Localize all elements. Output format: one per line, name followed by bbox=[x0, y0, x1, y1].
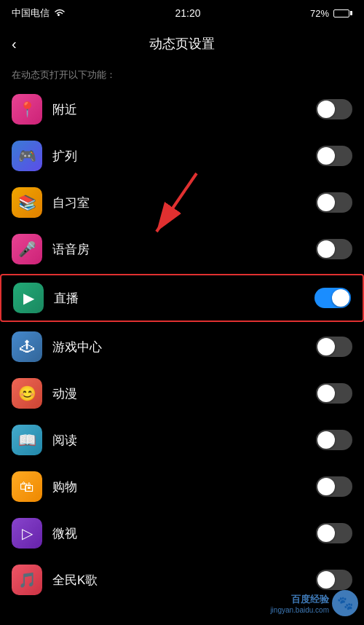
fujin-toggle-knob bbox=[317, 101, 335, 118]
back-button[interactable]: ‹ bbox=[12, 36, 17, 52]
yuyin-toggle[interactable] bbox=[316, 239, 352, 259]
settings-list: 📍附近🎮扩列📚自习室🎤语音房▶直播🕹游戏中心😊动漫📖阅读🛍购物▷微视🎵全民K歌 bbox=[0, 86, 364, 603]
dongman-toggle-knob bbox=[317, 385, 335, 402]
settings-item-kuolie[interactable]: 🎮扩列 bbox=[0, 133, 364, 179]
yuedu-label: 阅读 bbox=[52, 432, 316, 449]
zixishi-label: 自习室 bbox=[52, 194, 316, 211]
yuedu-icon: 📖 bbox=[12, 425, 42, 455]
weixiu-toggle-knob bbox=[317, 524, 335, 542]
dongman-icon: 😊 bbox=[12, 378, 42, 409]
page-header: ‹ 动态页设置 bbox=[0, 26, 364, 61]
kuolie-toggle-knob bbox=[317, 147, 335, 165]
youxi-toggle[interactable] bbox=[316, 337, 352, 357]
youxi-icon: 🕹 bbox=[12, 331, 42, 362]
battery-percent: 72% bbox=[310, 8, 329, 19]
dongman-toggle[interactable] bbox=[316, 383, 352, 404]
settings-item-youxi[interactable]: 🕹游戏中心 bbox=[0, 323, 364, 370]
quanmin-toggle-knob bbox=[317, 571, 335, 589]
status-time: 21:20 bbox=[175, 7, 200, 19]
settings-item-yuedu[interactable]: 📖阅读 bbox=[0, 417, 364, 463]
gouwu-icon: 🛍 bbox=[12, 471, 42, 502]
zhibo-icon: ▶ bbox=[13, 283, 44, 313]
youxi-toggle-knob bbox=[317, 338, 335, 355]
yuyin-icon: 🎤 bbox=[12, 234, 42, 264]
watermark: 百度经验 jingyan.baidu.com 🐾 bbox=[270, 590, 358, 616]
zhibo-toggle-knob bbox=[332, 289, 349, 307]
settings-item-gouwu[interactable]: 🛍购物 bbox=[0, 463, 364, 510]
fujin-icon: 📍 bbox=[12, 94, 42, 125]
weixiu-label: 微视 bbox=[52, 525, 316, 542]
zixishi-toggle[interactable] bbox=[316, 192, 352, 213]
carrier-label: 中国电信 bbox=[12, 7, 50, 20]
yuyin-toggle-knob bbox=[317, 240, 335, 258]
zixishi-toggle-knob bbox=[317, 194, 335, 211]
gouwu-toggle[interactable] bbox=[316, 476, 352, 497]
kuolie-toggle[interactable] bbox=[316, 146, 352, 166]
watermark-logo: 🐾 bbox=[332, 590, 358, 616]
zixishi-icon: 📚 bbox=[12, 187, 42, 218]
status-bar: 中国电信 21:20 72% bbox=[0, 0, 364, 26]
section-subtitle: 在动态页打开以下功能： bbox=[0, 61, 364, 86]
quanmin-toggle[interactable] bbox=[316, 570, 352, 590]
status-right: 72% bbox=[310, 8, 352, 19]
zhibo-label: 直播 bbox=[54, 290, 314, 307]
kuolie-icon: 🎮 bbox=[12, 141, 42, 171]
settings-item-weixiu[interactable]: ▷微视 bbox=[0, 510, 364, 557]
settings-item-fujin[interactable]: 📍附近 bbox=[0, 86, 364, 133]
settings-item-yuyin[interactable]: 🎤语音房 bbox=[0, 226, 364, 272]
page-title: 动态页设置 bbox=[149, 35, 215, 52]
weixiu-toggle[interactable] bbox=[316, 523, 352, 543]
battery-icon bbox=[333, 9, 352, 17]
yuedu-toggle-knob bbox=[317, 431, 335, 449]
kuolie-label: 扩列 bbox=[52, 148, 316, 165]
settings-item-zixishi[interactable]: 📚自习室 bbox=[0, 179, 364, 226]
quanmin-label: 全民K歌 bbox=[52, 572, 316, 589]
settings-item-dongman[interactable]: 😊动漫 bbox=[0, 370, 364, 417]
status-left: 中国电信 bbox=[12, 7, 66, 20]
yuedu-toggle[interactable] bbox=[316, 430, 352, 450]
yuyin-label: 语音房 bbox=[52, 241, 316, 258]
gouwu-toggle-knob bbox=[317, 478, 335, 495]
gouwu-label: 购物 bbox=[52, 479, 316, 495]
fujin-label: 附近 bbox=[52, 101, 316, 118]
dongman-label: 动漫 bbox=[52, 385, 316, 402]
settings-item-zhibo[interactable]: ▶直播 bbox=[0, 274, 364, 322]
youxi-label: 游戏中心 bbox=[52, 339, 316, 355]
quanmin-icon: 🎵 bbox=[12, 565, 42, 595]
fujin-toggle[interactable] bbox=[316, 99, 352, 119]
weixiu-icon: ▷ bbox=[12, 518, 42, 549]
zhibo-toggle[interactable] bbox=[314, 288, 351, 308]
wifi-icon bbox=[54, 7, 66, 20]
